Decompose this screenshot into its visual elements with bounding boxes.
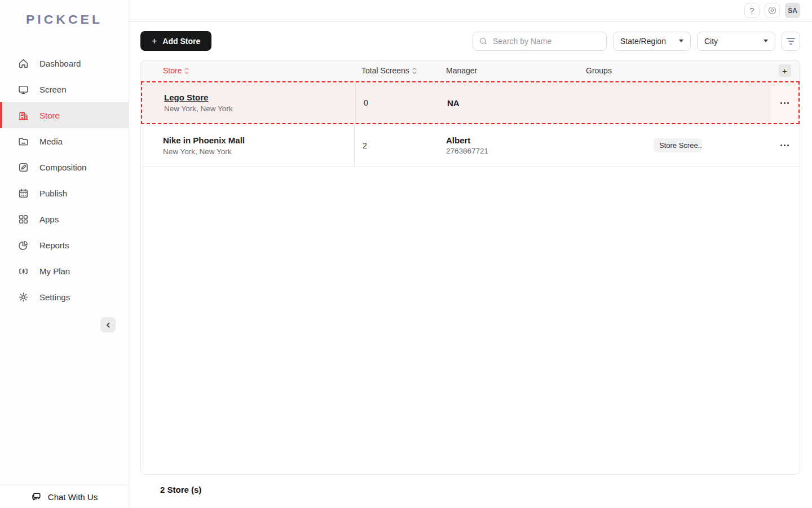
publish-calendar-icon: [17, 187, 29, 199]
sidebar-item-label: Store: [39, 111, 60, 120]
group-chip[interactable]: Store Scree...: [654, 138, 702, 152]
media-folder-icon: [17, 135, 29, 147]
sidebar-item-apps[interactable]: Apps: [0, 206, 129, 232]
groups-cell: Store Scree...: [580, 124, 770, 167]
sidebar-item-dashboard[interactable]: Dashboard: [0, 50, 129, 76]
row-actions-button[interactable]: [771, 82, 798, 123]
sidebar-item-composition[interactable]: Composition: [0, 154, 129, 180]
sidebar-item-reports[interactable]: Reports: [0, 232, 129, 258]
search-input[interactable]: [493, 37, 601, 46]
add-column-button[interactable]: +: [779, 64, 791, 77]
total-screens-cell: 0: [356, 82, 440, 123]
city-select[interactable]: City: [697, 32, 775, 51]
sidebar-item-label: Dashboard: [39, 59, 81, 68]
question-mark-icon: ?: [750, 6, 754, 15]
sort-icon: [184, 67, 189, 75]
chevron-down-icon: [764, 40, 768, 42]
home-icon: [17, 58, 29, 69]
search-box: [473, 32, 607, 51]
screen-icon: [17, 84, 29, 95]
table-header: Store Total Screens Manager Groups: [141, 60, 800, 81]
search-icon: [479, 37, 488, 46]
add-store-label: Add Store: [162, 37, 200, 46]
reports-pie-icon: [17, 239, 29, 251]
notifications-button[interactable]: [765, 3, 780, 18]
column-header-manager: Manager: [439, 66, 580, 75]
myplan-money-icon: [17, 265, 29, 277]
table-row[interactable]: Nike in Phoenix Mall New York, New York …: [141, 124, 800, 167]
sidebar-item-label: Settings: [39, 292, 70, 302]
sidebar-item-label: Screen: [39, 85, 67, 94]
store-location: New York, New York: [164, 104, 355, 113]
row-actions-button[interactable]: [770, 124, 800, 167]
manager-cell: Albert 2763867721: [439, 124, 580, 167]
store-cell: Lego Store New York, New York: [142, 82, 356, 123]
ellipsis-menu-icon: [780, 144, 789, 146]
manager-cell: NA: [440, 82, 581, 123]
sidebar-item-settings[interactable]: Settings: [0, 284, 129, 310]
column-header-total-screens[interactable]: Total Screens: [355, 66, 439, 75]
header-actions: +: [770, 64, 800, 77]
notification-bell-icon: [767, 6, 777, 15]
chat-label: Chat With Us: [48, 492, 98, 502]
state-region-label: State/Region: [620, 37, 666, 46]
manager-phone: 2763867721: [446, 147, 580, 155]
sidebar-item-label: Publish: [39, 189, 67, 198]
store-icon: [17, 110, 29, 121]
pickcel-logo: PICKCEL: [26, 13, 103, 27]
chevron-left-icon: [105, 322, 111, 328]
add-store-button[interactable]: + Add Store: [140, 31, 211, 51]
sidebar-item-media[interactable]: Media: [0, 128, 129, 154]
manager-name: Albert: [446, 135, 580, 145]
store-cell: Nike in Phoenix Mall New York, New York: [141, 124, 355, 167]
chat-icon: [31, 491, 42, 502]
filter-lines-icon: [787, 38, 795, 39]
sidebar-item-label: Composition: [39, 163, 86, 172]
sidebar-item-label: Media: [39, 137, 63, 146]
toolbar-filters: State/Region City: [473, 32, 800, 51]
ellipsis-menu-icon: [780, 102, 789, 104]
apps-grid-icon: [17, 213, 29, 225]
column-header-store[interactable]: Store: [141, 66, 355, 75]
settings-gear-icon: [17, 291, 29, 303]
state-region-select[interactable]: State/Region: [613, 32, 691, 51]
topbar: ? SA: [129, 0, 812, 21]
plus-icon: +: [152, 36, 157, 46]
sidebar-nav: Dashboard Screen Store Media Composition…: [0, 50, 129, 310]
sidebar-item-label: My Plan: [39, 266, 70, 276]
sidebar-item-store[interactable]: Store: [0, 102, 129, 128]
store-count: 2 Store (s): [140, 475, 800, 494]
help-button[interactable]: ?: [744, 3, 760, 18]
sort-icon: [412, 67, 417, 75]
manager-name: NA: [447, 98, 581, 108]
sidebar-item-myplan[interactable]: My Plan: [0, 258, 129, 284]
store-toolbar: + Add Store State/Region City: [140, 31, 800, 51]
filter-button[interactable]: [782, 32, 800, 51]
main-area: ? SA + Add Store State/Region: [129, 0, 812, 508]
total-screens-cell: 2: [355, 124, 439, 167]
table-row[interactable]: Lego Store New York, New York 0 NA: [141, 81, 800, 124]
chevron-down-icon: [679, 40, 683, 42]
groups-cell: [581, 82, 771, 123]
column-header-groups: Groups: [580, 66, 770, 75]
store-page: + Add Store State/Region City: [129, 21, 812, 494]
user-avatar[interactable]: SA: [785, 3, 800, 18]
chat-with-us[interactable]: Chat With Us: [0, 485, 129, 508]
store-name[interactable]: Nike in Phoenix Mall: [163, 135, 354, 145]
store-table: Store Total Screens Manager Groups: [140, 60, 800, 475]
city-label: City: [704, 37, 718, 46]
sidebar-collapse-button[interactable]: [100, 317, 116, 332]
composition-edit-icon: [17, 161, 29, 173]
sidebar-item-label: Apps: [39, 214, 59, 224]
sidebar-item-publish[interactable]: Publish: [0, 180, 129, 206]
sidebar-item-label: Reports: [39, 240, 69, 250]
store-location: New York, New York: [163, 147, 354, 156]
sidebar-item-screen[interactable]: Screen: [0, 76, 129, 102]
store-name-link[interactable]: Lego Store: [164, 93, 355, 102]
sidebar: PICKCEL Dashboard Screen Store Media Com…: [0, 0, 129, 508]
